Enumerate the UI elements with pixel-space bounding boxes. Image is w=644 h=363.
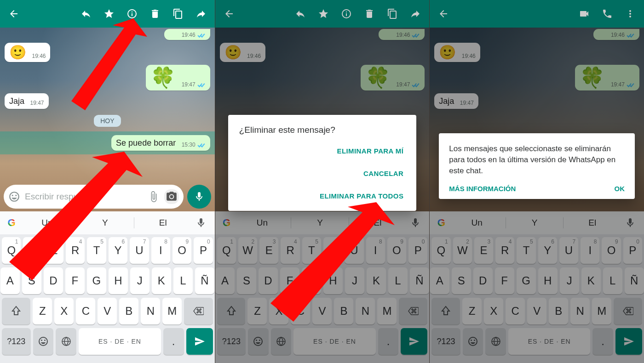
key-Y[interactable]: 6Y <box>109 237 127 264</box>
camera-icon[interactable] <box>164 189 179 204</box>
selected-message-row[interactable]: Se puede borrar 15:30 <box>0 131 215 154</box>
key-I[interactable]: 8I <box>151 237 170 264</box>
delete-for-me-button[interactable]: ELIMINAR PARA MÍ <box>239 140 406 162</box>
key-X[interactable]: X <box>484 298 503 324</box>
symbols-key[interactable]: ?123 <box>217 328 246 355</box>
send-key[interactable] <box>401 328 427 355</box>
key-T[interactable]: 5T <box>87 237 106 264</box>
symbols-key[interactable]: ?123 <box>2 328 31 355</box>
suggestion-word[interactable]: Un <box>238 218 287 228</box>
message-bubble[interactable]: 19:46 <box>164 29 210 40</box>
google-icon[interactable]: G <box>5 216 18 230</box>
key-I[interactable]: 8I <box>581 237 599 264</box>
emoji-key[interactable] <box>463 328 483 355</box>
key-V[interactable]: V <box>527 298 546 324</box>
key-M[interactable]: M <box>162 298 182 324</box>
reply-icon[interactable] <box>75 3 97 25</box>
key-D[interactable]: D <box>44 267 63 294</box>
send-key[interactable] <box>186 328 213 355</box>
reply-icon[interactable] <box>289 3 311 25</box>
key-V[interactable]: V <box>312 298 332 324</box>
star-icon[interactable] <box>98 3 120 25</box>
key-E[interactable]: 3E <box>45 237 63 264</box>
key-S[interactable]: S <box>237 267 256 294</box>
shift-key[interactable] <box>2 298 30 324</box>
video-call-icon[interactable] <box>573 3 595 25</box>
key-B[interactable]: B <box>334 298 353 324</box>
google-icon[interactable]: G <box>434 216 448 230</box>
language-key[interactable] <box>56 328 76 355</box>
suggestion-word[interactable]: Y <box>296 218 344 228</box>
key-A[interactable]: A <box>215 267 235 294</box>
key-Ñ[interactable]: Ñ <box>625 267 644 294</box>
key-Q[interactable]: 1Q <box>2 237 21 264</box>
key-B[interactable]: B <box>119 298 138 324</box>
key-Q[interactable]: 1Q <box>217 237 236 264</box>
key-Ñ[interactable]: Ñ <box>195 267 214 294</box>
key-W[interactable]: 2W <box>453 237 472 264</box>
key-P[interactable]: 0P <box>194 237 213 264</box>
emoji-key[interactable] <box>33 328 54 355</box>
key-O[interactable]: 9O <box>172 237 191 264</box>
suggestion-word[interactable]: Y <box>81 218 129 228</box>
suggestion-word[interactable]: El <box>568 218 616 228</box>
key-Q[interactable]: 1Q <box>431 237 450 264</box>
backspace-key[interactable] <box>614 298 642 324</box>
key-W[interactable]: 2W <box>238 237 257 264</box>
back-button[interactable] <box>3 3 25 25</box>
space-key[interactable]: ES · DE · EN <box>508 328 590 355</box>
key-O[interactable]: 9O <box>387 237 406 264</box>
info-icon[interactable] <box>335 3 357 25</box>
key-K[interactable]: K <box>367 267 386 294</box>
key-J[interactable]: J <box>345 267 364 294</box>
key-U[interactable]: 7U <box>559 237 578 264</box>
backspace-key[interactable] <box>184 298 213 324</box>
emoji-key[interactable] <box>248 328 269 355</box>
shift-key[interactable] <box>217 298 246 324</box>
suggestion-word[interactable]: El <box>139 218 187 228</box>
key-D[interactable]: D <box>473 267 493 294</box>
mic-button[interactable] <box>187 185 211 209</box>
key-L[interactable]: L <box>173 267 193 294</box>
key-S[interactable]: S <box>22 267 41 294</box>
forward-icon[interactable] <box>404 3 426 25</box>
attach-icon[interactable] <box>148 191 160 203</box>
chat-thread[interactable]: 19:46 🙂 19:46 🍀 19:47 Jaja 19:47 HOY Se … <box>0 28 215 154</box>
voice-typing-icon[interactable] <box>406 214 425 232</box>
copy-icon[interactable] <box>381 3 403 25</box>
key-Y[interactable]: 6Y <box>538 237 557 264</box>
key-L[interactable]: L <box>388 267 408 294</box>
key-O[interactable]: 9O <box>602 237 621 264</box>
emoji-icon[interactable] <box>8 191 20 203</box>
voice-typing-icon[interactable] <box>192 214 210 232</box>
space-key[interactable]: ES · DE · EN <box>79 328 161 355</box>
key-R[interactable]: 4R <box>66 237 85 264</box>
send-key[interactable] <box>615 328 642 355</box>
suggestion-word[interactable]: Y <box>511 218 559 228</box>
key-N[interactable]: N <box>356 298 375 324</box>
key-X[interactable]: X <box>54 298 74 324</box>
period-key[interactable]: . <box>163 328 184 355</box>
back-button[interactable] <box>432 3 454 25</box>
key-Z[interactable]: Z <box>247 298 267 324</box>
key-C[interactable]: C <box>506 298 525 324</box>
key-T[interactable]: 5T <box>302 237 321 264</box>
key-G[interactable]: G <box>302 267 321 294</box>
key-A[interactable]: A <box>430 267 449 294</box>
shift-key[interactable] <box>431 298 460 324</box>
key-I[interactable]: 8I <box>366 237 385 264</box>
info-icon[interactable] <box>121 3 143 25</box>
key-W[interactable]: 2W <box>23 237 42 264</box>
message-bubble[interactable]: Jaja 19:47 <box>5 93 49 109</box>
forward-icon[interactable] <box>190 3 212 25</box>
key-G[interactable]: G <box>517 267 536 294</box>
cancel-button[interactable]: CANCELAR <box>239 162 406 185</box>
space-key[interactable]: ES · DE · EN <box>293 328 375 355</box>
key-H[interactable]: H <box>109 267 128 294</box>
message-bubble[interactable]: Se puede borrar 15:30 <box>111 135 210 151</box>
key-G[interactable]: G <box>87 267 106 294</box>
delete-for-all-button[interactable]: ELIMINAR PARA TODOS <box>239 185 406 207</box>
key-U[interactable]: 7U <box>345 237 363 264</box>
key-X[interactable]: X <box>269 298 288 324</box>
key-E[interactable]: 3E <box>259 237 278 264</box>
